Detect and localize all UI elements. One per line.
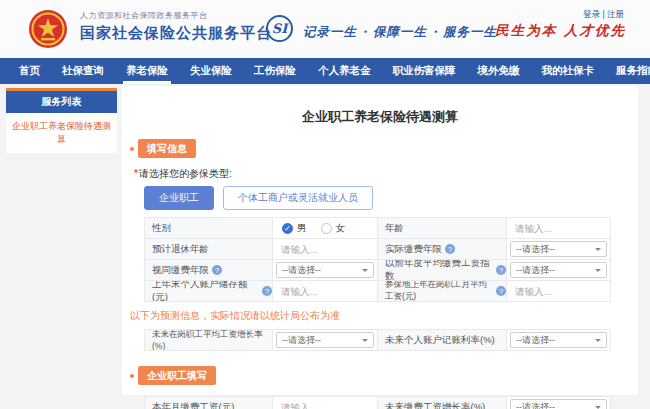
brand-subtitle: 人力资源和社会保障政务服务平台 [80, 10, 272, 21]
local-avg-wage-label: 参保地上年在岗职工月平均工资(元) ? [378, 281, 507, 302]
check-icon: ✓ [284, 224, 291, 233]
deemed-years-select[interactable]: --请选择-- [276, 262, 374, 278]
section-fill-info: 填写信息 [130, 139, 638, 158]
auth-links: 登录 | 注册 [583, 9, 624, 21]
account-balance-label: 上年末个人账户储存额(元) ? [145, 281, 273, 302]
gender-radio-group: ✓ 男 女 [273, 218, 378, 239]
page: 人力资源和社会保障政务服务平台 国家社会保险公共服务平台 SI 记录一生 · 保… [0, 0, 650, 409]
nav-item-pension[interactable]: 养老保险 [115, 58, 179, 84]
section-badge: 填写信息 [138, 139, 196, 158]
ministry-slogan: 民生为本 人才优先 [495, 22, 626, 40]
current-month-wage-label: 本年月缴费工资(元) [145, 397, 273, 409]
national-emblem-icon [28, 9, 68, 49]
future-wage-growth-label: 未来在岗职工平均工资增长率(%) [145, 330, 273, 351]
type-button-enterprise[interactable]: 企业职工 [144, 186, 214, 210]
page-title: 企业职工养老保险待遇测算 [122, 86, 638, 126]
future-pay-growth-select[interactable]: --请选择-- [510, 399, 607, 409]
forecast-note: 以下为预测信息，实际情况请以统计局公布为准 [130, 309, 638, 323]
form-table-basic: 性别 ✓ 男 女 年龄 预计退休年龄 实际缴费年限 ? --请选择-- [144, 217, 610, 302]
type-prompt-text: 请选择您的参保类型: [139, 168, 232, 179]
deemed-years-label-text: 视同缴费年限 [152, 264, 209, 277]
section-badge: 企业职工填写 [138, 366, 216, 385]
table-row: 预计退休年龄 实际缴费年限 ? --请选择-- [145, 239, 610, 260]
actual-years-select[interactable]: --请选择-- [510, 241, 607, 257]
retire-age-label: 预计退休年龄 [145, 239, 273, 260]
sidebar-title: 服务列表 [6, 88, 117, 113]
table-row: 未来在岗职工平均工资增长率(%) --请选择-- 未来个人账户记账利率(%) -… [145, 330, 610, 351]
nav-item-guide[interactable]: 服务指南 [605, 58, 650, 84]
top-header: 人力资源和社会保障政务服务平台 国家社会保险公共服务平台 SI 记录一生 · 保… [0, 0, 650, 58]
local-avg-wage-input[interactable] [510, 286, 607, 297]
form-table-forecast: 未来在岗职工平均工资增长率(%) --请选择-- 未来个人账户记账利率(%) -… [144, 329, 610, 351]
nav-item-occupational[interactable]: 职业伤害保障 [382, 58, 467, 84]
form-table-enterprise: 本年月缴费工资(元) 未来缴费工资增长率(%) --请选择-- [144, 396, 610, 409]
auth-divider: | [602, 9, 604, 19]
deemed-years-label: 视同缴费年限 ? [145, 260, 273, 281]
age-input[interactable] [510, 223, 607, 234]
nav-item-unemployment[interactable]: 失业保险 [179, 58, 243, 84]
actual-years-label-text: 实际缴费年限 [385, 243, 442, 256]
wage-index-label: 以前年度平均缴费工资指数 ? [378, 260, 507, 281]
account-balance-label-text: 上年末个人账户储存额(元) [152, 281, 259, 302]
nav-item-card[interactable]: 我的社保卡 [531, 58, 606, 84]
nav-item-home[interactable]: 首页 [8, 58, 51, 84]
help-icon[interactable]: ? [212, 265, 222, 275]
insured-type-switch: 企业职工 个体工商户或灵活就业人员 [144, 186, 638, 210]
section-dot-icon [130, 374, 134, 378]
help-icon[interactable]: ? [262, 286, 272, 296]
radio-male[interactable]: ✓ [282, 223, 293, 234]
future-account-rate-label: 未来个人账户记账利率(%) [378, 330, 507, 351]
required-mark: * [134, 168, 138, 179]
help-icon[interactable]: ? [496, 286, 506, 296]
table-row: 本年月缴费工资(元) 未来缴费工资增长率(%) --请选择-- [145, 397, 610, 409]
radio-female[interactable] [321, 223, 332, 234]
table-row: 视同缴费年限 ? --请选择-- 以前年度平均缴费工资指数 ? --请选择-- [145, 260, 610, 281]
section-enterprise-fill: 企业职工填写 [130, 366, 638, 385]
actual-years-label: 实际缴费年限 ? [378, 239, 507, 260]
login-link[interactable]: 登录 [583, 9, 600, 19]
table-row: 上年末个人账户储存额(元) ? 参保地上年在岗职工月平均工资(元) ? [145, 281, 610, 302]
main-panel: 企业职工养老保险待遇测算 填写信息 *请选择您的参保类型: 企业职工 个体工商户… [122, 86, 638, 395]
type-button-flexible[interactable]: 个体工商户或灵活就业人员 [223, 186, 373, 210]
si-logo-icon: SI [266, 15, 293, 42]
help-icon[interactable]: ? [445, 244, 455, 254]
sidebar: 服务列表 企业职工养老保险待遇测算 [6, 88, 117, 153]
sidebar-item-pension-calc[interactable]: 企业职工养老保险待遇测算 [6, 113, 117, 153]
future-pay-growth-label: 未来缴费工资增长率(%) [378, 397, 507, 409]
brand-title: 国家社会保险公共服务平台 [80, 24, 272, 43]
main-nav: 首页 社保查询 养老保险 失业保险 工伤保险 个人养老金 职业伤害保障 境外免缴… [0, 58, 650, 84]
radio-female-label[interactable]: 女 [336, 222, 346, 235]
type-prompt: *请选择您的参保类型: [134, 167, 638, 181]
radio-male-label[interactable]: 男 [297, 222, 307, 235]
brand-block: 人力资源和社会保障政务服务平台 国家社会保险公共服务平台 [80, 10, 272, 43]
local-avg-wage-label-text: 参保地上年在岗职工月平均工资(元) [385, 281, 493, 302]
nav-item-overseas[interactable]: 境外免缴 [467, 58, 531, 84]
register-link[interactable]: 注册 [607, 9, 624, 19]
future-account-rate-select[interactable]: --请选择-- [510, 332, 607, 348]
gender-label: 性别 [145, 218, 273, 239]
help-icon[interactable]: ? [496, 265, 506, 275]
account-balance-input[interactable] [276, 286, 374, 297]
nav-item-personal-pension[interactable]: 个人养老金 [307, 58, 382, 84]
header-slogan: 记录一生 · 保障一生 · 服务一生 [303, 24, 497, 41]
wage-index-label-text: 以前年度平均缴费工资指数 [385, 260, 493, 281]
table-row: 性别 ✓ 男 女 年龄 [145, 218, 610, 239]
wage-index-select[interactable]: --请选择-- [510, 262, 607, 278]
nav-item-query[interactable]: 社保查询 [51, 58, 115, 84]
current-month-wage-input[interactable] [276, 402, 374, 409]
age-label: 年龄 [378, 218, 507, 239]
nav-item-injury[interactable]: 工伤保险 [243, 58, 307, 84]
retire-age-input[interactable] [276, 244, 374, 255]
section-dot-icon [130, 147, 134, 151]
future-wage-growth-select[interactable]: --请选择-- [276, 332, 374, 348]
